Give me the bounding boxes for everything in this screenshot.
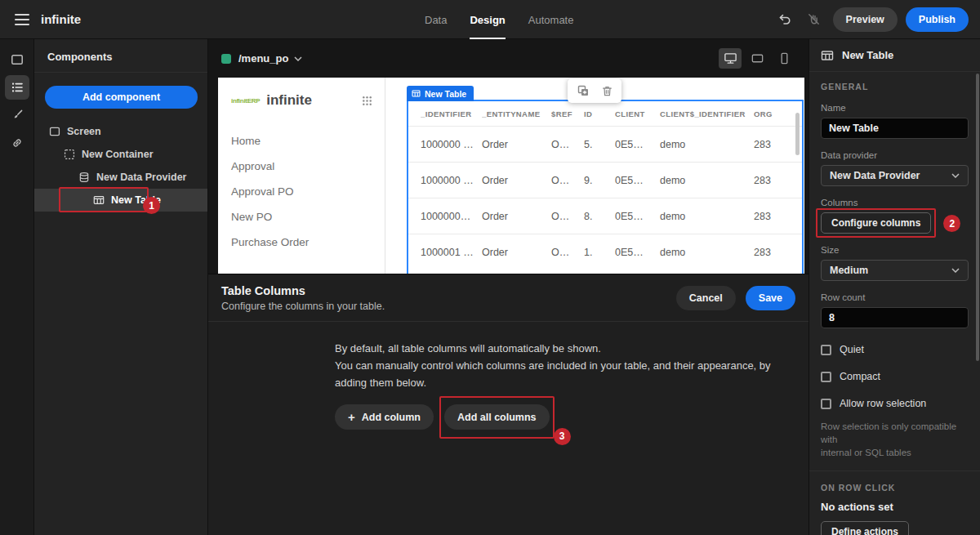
tree-item-new-table[interactable]: New Table 1 — [34, 189, 207, 212]
annotation-badge-2: 2 — [943, 215, 960, 232]
configure-columns-button[interactable]: Configure columns — [821, 212, 931, 234]
screen-status-dot — [221, 54, 231, 64]
section-divider — [809, 470, 980, 471]
selected-table-component[interactable]: New Table _IDENTIFIER _ENTITYNAME $REF I… — [407, 100, 804, 274]
add-column-button[interactable]: + Add column — [335, 404, 434, 430]
table-cell: O… — [551, 211, 584, 222]
tab-data[interactable]: Data — [425, 0, 447, 39]
tree-item-label: New Data Provider — [96, 172, 186, 183]
quiet-checkbox[interactable]: Quiet — [821, 344, 969, 355]
add-all-columns-button[interactable]: Add all columns — [444, 404, 550, 430]
allow-row-selection-checkbox[interactable]: Allow row selection — [821, 398, 969, 409]
table-cell: O… — [551, 247, 584, 258]
trash-icon[interactable] — [601, 85, 613, 97]
route-chevron-down-icon[interactable] — [294, 56, 302, 61]
grid-dots-icon[interactable] — [361, 95, 373, 107]
component-settings-panel: New Table GENERAL Name Data provider New… — [808, 39, 980, 535]
table-row[interactable]: 1000001 … Order O… 1. 0E5… demo 283 — [408, 234, 802, 270]
table-header-row: _IDENTIFIER _ENTITYNAME $REF ID CLIENT C… — [408, 101, 802, 126]
define-actions-button[interactable]: Define actions — [821, 521, 909, 535]
table-row[interactable]: 1000000 … Order O… 5. 0E5… demo 283 — [408, 126, 802, 162]
table-cell: demo — [660, 175, 754, 186]
settings-title: New Table — [842, 49, 893, 61]
table-cell: 0E5… — [615, 247, 660, 258]
checkbox-label: Allow row selection — [840, 398, 926, 409]
table-header-cell: CLIENT$_IDENTIFIER — [660, 109, 754, 118]
left-icon-rail — [0, 39, 34, 535]
save-button[interactable]: Save — [746, 286, 795, 310]
checkbox-label: Quiet — [840, 344, 864, 355]
tab-design[interactable]: Design — [470, 0, 505, 39]
general-section-label: GENERAL — [821, 82, 969, 91]
hamburger-menu-icon[interactable] — [10, 7, 34, 32]
theme-brush-nav-icon[interactable] — [5, 103, 29, 127]
table-cell: 1000001 … — [421, 247, 482, 258]
drawer-subtitle: Configure the columns in your table. — [221, 301, 385, 312]
table-cell: 0E5… — [615, 175, 660, 186]
add-all-columns-label: Add all columns — [457, 412, 537, 423]
plus-icon: + — [348, 410, 355, 424]
device-tablet-icon[interactable] — [746, 48, 768, 69]
table-icon — [821, 49, 834, 62]
table-cell: 8. — [584, 211, 615, 222]
settings-scrollbar[interactable] — [976, 74, 979, 361]
table-scrollbar[interactable] — [795, 113, 800, 155]
data-provider-select[interactable]: New Data Provider — [821, 165, 969, 186]
table-cell: O… — [551, 175, 584, 186]
tree-item-label: New Container — [82, 149, 154, 160]
table-row[interactable]: 1000000… Order O… 8. 0E5… demo 283 — [408, 198, 802, 234]
screens-nav-icon[interactable] — [5, 47, 29, 72]
cancel-button[interactable]: Cancel — [676, 286, 736, 310]
data-provider-value: New Data Provider — [830, 170, 920, 181]
device-phone-icon[interactable] — [773, 48, 795, 69]
tree-item-label: Screen — [67, 126, 101, 137]
preview-side-nav: infinitERP infinite Home Approval Approv… — [218, 78, 385, 274]
tree-item-label: New Table — [111, 194, 161, 206]
device-desktop-icon[interactable] — [719, 48, 742, 69]
compact-checkbox[interactable]: Compact — [821, 371, 969, 382]
table-cell: 1000000 … — [421, 139, 482, 150]
preview-nav-purchase-order[interactable]: Purchase Order — [218, 230, 385, 255]
preview-nav-approval[interactable]: Approval — [218, 154, 385, 179]
builder-tabs: Data Design Automate — [425, 0, 573, 39]
publish-button[interactable]: Publish — [906, 7, 969, 32]
table-row[interactable]: 1000000 … Order O… 9. 0E5… demo 283 — [408, 162, 802, 198]
preview-nav-home[interactable]: Home — [218, 128, 385, 154]
preview-nav-new-po[interactable]: New PO — [218, 204, 385, 230]
app-preview-frame: infinitERP infinite Home Approval Approv… — [218, 78, 804, 274]
preview-button[interactable]: Preview — [833, 7, 898, 32]
screen-route[interactable]: /menu_po — [238, 52, 288, 65]
tree-item-new-container[interactable]: New Container — [34, 143, 207, 166]
size-select[interactable]: Medium — [821, 260, 969, 281]
settings-header: New Table — [809, 39, 980, 72]
navigation-link-nav-icon[interactable] — [5, 131, 29, 155]
hand-disabled-icon[interactable] — [804, 9, 825, 30]
builder-window: infinite Data Design Automate Preview Pu… — [0, 0, 980, 535]
add-component-button[interactable]: Add component — [45, 86, 198, 109]
component-tag-label: New Table — [425, 89, 466, 99]
drawer-info-text: adding them below. — [335, 374, 808, 391]
row-count-input[interactable] — [822, 308, 969, 328]
components-nav-icon[interactable] — [5, 75, 29, 100]
checkbox-label: Compact — [840, 371, 880, 382]
duplicate-icon[interactable] — [577, 84, 590, 97]
preview-nav-approval-po[interactable]: Approval PO — [218, 179, 385, 204]
name-label: Name — [821, 103, 969, 113]
table-cell: 1000000… — [421, 211, 482, 222]
tree-item-screen[interactable]: Screen — [34, 120, 207, 143]
tree-item-new-data-provider[interactable]: New Data Provider — [34, 166, 207, 189]
drawer-header: Table Columns Configure the columns in y… — [208, 274, 808, 322]
row-count-stepper — [821, 307, 969, 328]
add-column-label: Add column — [362, 412, 421, 423]
canvas-area: /menu_po infinitERP infi — [208, 39, 808, 274]
app-name: infinite — [41, 12, 81, 26]
components-panel-title: Components — [34, 39, 207, 73]
name-input[interactable] — [821, 118, 969, 139]
table-cell: 0E5… — [615, 211, 660, 222]
component-floating-toolbar — [568, 78, 621, 103]
screen-icon — [49, 126, 60, 137]
table-cell: demo — [660, 211, 754, 222]
undo-icon[interactable] — [774, 9, 795, 30]
table-header-cell: _ENTITYNAME — [482, 109, 551, 118]
tab-automate[interactable]: Automate — [528, 0, 574, 39]
